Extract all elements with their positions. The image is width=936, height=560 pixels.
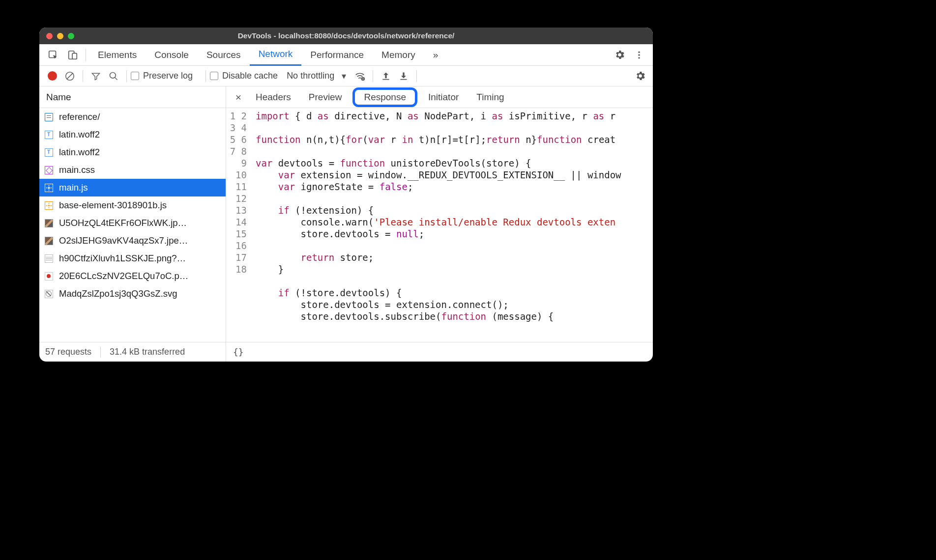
- devtools-window: DevTools - localhost:8080/docs/devtools/…: [39, 28, 653, 362]
- main-tabs: ElementsConsoleSourcesNetworkPerformance…: [39, 44, 653, 66]
- request-list-header[interactable]: Name: [39, 86, 226, 108]
- request-count: 57 requests: [45, 347, 91, 357]
- minimize-window-button[interactable]: [57, 33, 63, 39]
- filter-icon[interactable]: [87, 67, 105, 85]
- file-type-icon: [44, 254, 53, 263]
- svg-point-13: [48, 187, 49, 188]
- upload-har-icon[interactable]: [377, 67, 395, 85]
- detail-tabs: × HeadersPreviewResponseInitiatorTiming: [226, 86, 653, 108]
- network-settings-icon[interactable]: [631, 67, 649, 85]
- window-controls: [39, 33, 74, 39]
- svg-line-9: [115, 77, 117, 80]
- svg-point-14: [48, 204, 49, 206]
- request-name: h90CtfziXluvh1LSSKJE.png?…: [59, 253, 186, 264]
- file-type-icon: [44, 112, 53, 121]
- request-row[interactable]: main.js: [39, 179, 226, 196]
- request-list-panel: Name reference/Tlatin.woff2Tlatin.woff2m…: [39, 86, 226, 362]
- request-name: 20E6CLcSzNV2GELQu7oC.p…: [59, 271, 188, 281]
- search-icon[interactable]: [105, 67, 122, 85]
- request-row[interactable]: Tlatin.woff2: [39, 143, 226, 161]
- request-name: latin.woff2: [59, 147, 100, 158]
- file-type-icon: [44, 272, 53, 280]
- file-type-icon: T: [44, 148, 53, 157]
- clear-button[interactable]: [61, 67, 79, 85]
- request-row[interactable]: base-element-3018901b.js: [39, 196, 226, 214]
- tab-performance[interactable]: Performance: [301, 44, 373, 66]
- tab-memory[interactable]: Memory: [373, 44, 424, 66]
- line-gutter: 1 2 3 4 5 6 7 8 9 10 11 12 13 14 15 16 1…: [226, 108, 251, 342]
- inspect-element-icon[interactable]: [43, 45, 63, 65]
- file-type-icon: [44, 183, 53, 192]
- response-code-view: 1 2 3 4 5 6 7 8 9 10 11 12 13 14 15 16 1…: [226, 108, 653, 342]
- device-toggle-icon[interactable]: [63, 45, 83, 65]
- network-toolbar: Preserve log Disable cache No throttling…: [39, 66, 653, 86]
- file-type-icon: T: [44, 130, 53, 139]
- request-row[interactable]: MadqZslZpo1sj3qQ3GsZ.svg: [39, 285, 226, 303]
- detail-tab-response[interactable]: Response: [352, 87, 417, 107]
- settings-icon[interactable]: [610, 45, 629, 65]
- kebab-menu-icon[interactable]: [629, 45, 649, 65]
- svg-point-5: [638, 57, 640, 58]
- svg-point-3: [638, 51, 640, 53]
- window-title: DevTools - localhost:8080/docs/devtools/…: [39, 31, 653, 40]
- request-row[interactable]: O2slJEHG9avKV4aqzSx7.jpe…: [39, 232, 226, 250]
- close-detail-icon[interactable]: ×: [230, 91, 247, 103]
- request-row[interactable]: Tlatin.woff2: [39, 126, 226, 143]
- detail-tab-initiator[interactable]: Initiator: [419, 87, 468, 107]
- download-har-icon[interactable]: [395, 67, 412, 85]
- svg-rect-12: [401, 79, 407, 80]
- request-detail-panel: × HeadersPreviewResponseInitiatorTiming …: [226, 86, 653, 362]
- svg-rect-11: [383, 79, 389, 80]
- format-button[interactable]: {}: [226, 342, 653, 362]
- detail-tab-headers[interactable]: Headers: [247, 87, 300, 107]
- tab-console[interactable]: Console: [146, 44, 198, 66]
- detail-tab-preview[interactable]: Preview: [300, 87, 351, 107]
- tab-network[interactable]: Network: [250, 44, 302, 66]
- tab-sources[interactable]: Sources: [198, 44, 250, 66]
- request-row[interactable]: main.css: [39, 161, 226, 179]
- svg-point-8: [110, 72, 116, 78]
- source-code[interactable]: import { d as directive, N as NodePart, …: [251, 108, 653, 342]
- request-row[interactable]: reference/: [39, 108, 226, 126]
- detail-tab-timing[interactable]: Timing: [468, 87, 513, 107]
- svg-line-7: [67, 73, 73, 79]
- request-name: main.js: [59, 182, 88, 193]
- svg-point-4: [638, 54, 640, 56]
- request-name: base-element-3018901b.js: [59, 200, 167, 211]
- request-row[interactable]: h90CtfziXluvh1LSSKJE.png?…: [39, 250, 226, 267]
- titlebar: DevTools - localhost:8080/docs/devtools/…: [39, 28, 653, 44]
- file-type-icon: [44, 289, 53, 298]
- file-type-icon: [44, 166, 53, 174]
- record-button[interactable]: [43, 67, 61, 85]
- maximize-window-button[interactable]: [68, 33, 74, 39]
- request-row[interactable]: U5OHzQL4tEKFr6OFlxWK.jp…: [39, 214, 226, 232]
- request-name: latin.woff2: [59, 129, 100, 140]
- request-name: main.css: [59, 165, 95, 175]
- request-name: MadqZslZpo1sj3qQ3GsZ.svg: [59, 288, 177, 299]
- preserve-log-checkbox[interactable]: Preserve log: [131, 71, 193, 81]
- throttling-select[interactable]: No throttling ▾: [287, 71, 348, 82]
- svg-rect-2: [72, 53, 77, 59]
- request-name: O2slJEHG9avKV4aqzSx7.jpe…: [59, 235, 188, 246]
- tabs-overflow-button[interactable]: »: [424, 44, 447, 66]
- disable-cache-checkbox[interactable]: Disable cache: [210, 71, 278, 81]
- file-type-icon: [44, 236, 53, 245]
- tab-elements[interactable]: Elements: [89, 44, 146, 66]
- file-type-icon: [44, 219, 53, 227]
- close-window-button[interactable]: [46, 33, 53, 39]
- request-name: U5OHzQL4tEKFr6OFlxWK.jp…: [59, 218, 187, 228]
- network-conditions-icon[interactable]: [351, 67, 369, 85]
- request-name: reference/: [59, 112, 100, 122]
- transferred-size: 31.4 kB transferred: [110, 347, 185, 357]
- file-type-icon: [44, 201, 53, 210]
- request-row[interactable]: 20E6CLcSzNV2GELQu7oC.p…: [39, 267, 226, 285]
- network-summary: 57 requests 31.4 kB transferred: [39, 342, 226, 362]
